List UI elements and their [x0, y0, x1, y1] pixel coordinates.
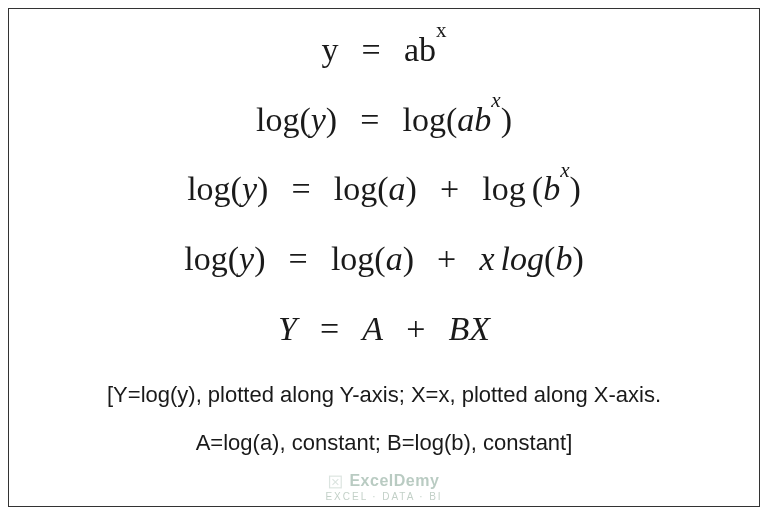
- log-fn: log: [501, 240, 544, 277]
- var-a: a: [404, 31, 419, 68]
- var-b: b: [555, 240, 572, 277]
- exponent-x: x: [436, 18, 447, 42]
- watermark: ExcelDemy EXCEL · DATA · BI: [325, 472, 442, 502]
- var-y: y: [321, 31, 338, 68]
- equation-5: Y = A + BX: [278, 310, 490, 347]
- plus-sign: +: [440, 171, 459, 208]
- var-Y: Y: [278, 310, 297, 347]
- var-A: A: [362, 310, 383, 347]
- equals-sign: =: [289, 240, 308, 277]
- var-b: b: [474, 101, 491, 138]
- coef-x: x: [479, 240, 494, 277]
- var-b: b: [419, 31, 436, 68]
- var-y: y: [239, 240, 254, 277]
- equation-1: y = abx: [321, 31, 446, 69]
- equation-3: log(y) = log(a) + log(bx): [187, 170, 581, 208]
- equation-4: log(y) = log(a) + xlog(b): [184, 240, 583, 277]
- document-frame: y = abx log(y) = log(abx) log(y) = log(a…: [8, 8, 760, 507]
- var-b: b: [543, 171, 560, 208]
- plus-sign: +: [406, 310, 425, 347]
- var-X: X: [469, 310, 490, 347]
- log-fn: log: [482, 171, 525, 208]
- equals-sign: =: [360, 101, 379, 138]
- plus-sign: +: [437, 240, 456, 277]
- log-fn: log: [331, 240, 374, 277]
- watermark-tagline: EXCEL · DATA · BI: [325, 491, 442, 502]
- log-fn: log: [403, 101, 446, 138]
- log-fn: log: [256, 101, 299, 138]
- excel-logo-icon: [329, 475, 343, 491]
- watermark-brand: ExcelDemy: [349, 472, 439, 489]
- log-fn: log: [184, 240, 227, 277]
- note-line-2: A=log(a), constant; B=log(b), constant]: [196, 431, 573, 455]
- svg-rect-0: [330, 476, 342, 488]
- equation-2: log(y) = log(abx): [256, 101, 512, 139]
- exponent-x: x: [491, 88, 500, 112]
- log-fn: log: [334, 171, 377, 208]
- log-fn: log: [187, 171, 230, 208]
- var-a: a: [389, 171, 406, 208]
- equals-sign: =: [320, 310, 339, 347]
- equals-sign: =: [362, 31, 381, 68]
- var-a: a: [457, 101, 474, 138]
- var-a: a: [386, 240, 403, 277]
- equals-sign: =: [291, 171, 310, 208]
- var-B: B: [448, 310, 469, 347]
- exponent-x: x: [560, 158, 569, 182]
- var-y: y: [242, 171, 257, 208]
- var-y: y: [311, 101, 326, 138]
- note-line-1: [Y=log(y), plotted along Y-axis; X=x, pl…: [107, 383, 661, 407]
